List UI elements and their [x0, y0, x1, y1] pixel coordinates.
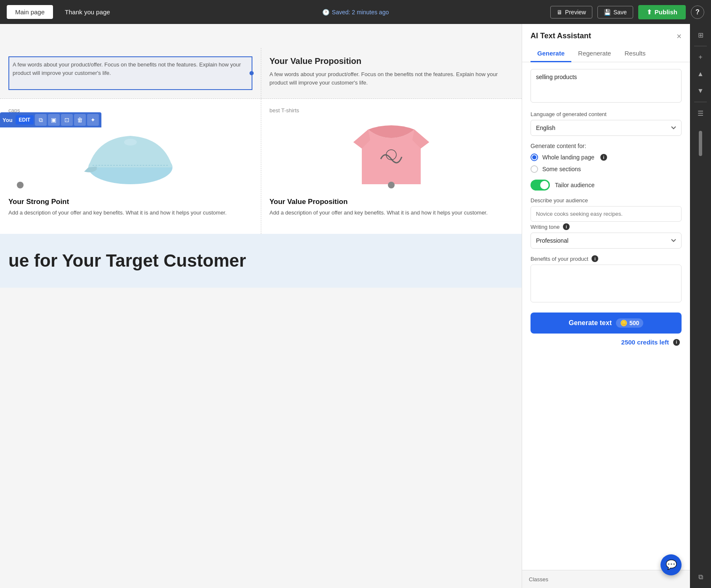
slider-dot-tshirt[interactable]	[388, 182, 395, 188]
language-select[interactable]: English French Spanish German	[531, 120, 682, 136]
tshirt-image	[345, 117, 438, 193]
right-sidebar: ⊞ + ▲ ▼ ☰ ⧉	[690, 24, 711, 588]
layers-icon: ⧉	[698, 573, 703, 581]
sidebar-arrow-down-btn[interactable]: ▼	[693, 83, 708, 98]
radio-some-sections[interactable]: Some sections	[531, 165, 682, 173]
edit-button[interactable]: EDIT	[16, 115, 34, 124]
tshirt-image-wrapper	[270, 117, 514, 193]
radio-whole-page-label: Whole landing page	[542, 154, 594, 161]
tone-info-icon[interactable]: i	[563, 223, 570, 230]
bottom-title: ue for Your Target Customer	[8, 251, 246, 271]
ai-close-button[interactable]: ×	[677, 32, 682, 40]
ai-button[interactable]: ✦	[87, 114, 99, 126]
sidebar-arrow-up-btn[interactable]: ▲	[693, 66, 708, 82]
selected-text-element[interactable]: A few words about your product/offer. Fo…	[8, 56, 252, 90]
benefits-info-icon[interactable]: i	[592, 255, 598, 262]
layout-button[interactable]: ▣	[48, 114, 60, 126]
preview-button[interactable]: 🖥 Preview	[550, 6, 592, 19]
grid-icon: ⊞	[698, 31, 703, 39]
tone-select-wrapper: Professional Casual Friendly Formal	[531, 233, 682, 249]
ai-panel-title: AI Text Assistant	[531, 32, 591, 40]
benefits-section: Benefits of your product i	[531, 255, 682, 304]
resize-handle[interactable]	[249, 71, 254, 75]
duplicate-icon: ⧉	[39, 117, 43, 124]
whole-page-info-icon[interactable]: i	[600, 154, 607, 161]
tone-label: Writing tone	[531, 224, 560, 230]
product-col-tshirt: best T-shirts	[261, 99, 522, 234]
layout-icon: ▣	[51, 117, 56, 123]
tab-thank[interactable]: Thank you page	[56, 5, 119, 19]
scrollbar-thumb[interactable]	[699, 131, 702, 156]
credits-row: 2500 credits left i	[531, 339, 682, 346]
cap-image	[84, 117, 177, 193]
chat-icon: 💬	[666, 559, 677, 570]
topbar: Main page Thank you page 🕐 Saved: 2 minu…	[0, 0, 711, 24]
coin-icon: 🪙	[620, 320, 627, 326]
toggle-knob	[540, 181, 549, 189]
radio-some-sections-label: Some sections	[542, 166, 581, 172]
save-icon: 💾	[604, 9, 611, 16]
vp-text-right: A few words about your product/offer. Fo…	[270, 70, 514, 87]
generate-btn-label: Generate text	[569, 319, 612, 327]
help-button[interactable]: ?	[691, 5, 704, 19]
tab-results[interactable]: Results	[618, 45, 652, 62]
radio-group: Whole landing page i Some sections	[531, 154, 682, 173]
duplicate-button[interactable]: ⧉	[35, 114, 47, 126]
tailor-toggle[interactable]	[531, 180, 550, 191]
benefits-label-row: Benefits of your product i	[531, 255, 682, 262]
classes-label: Classes	[529, 576, 548, 583]
tshirt-product-desc: Add a description of your offer and key …	[270, 209, 488, 217]
saved-label: Saved: 2 minutes ago	[332, 9, 389, 16]
tshirt-product-title: Your Value Proposition	[270, 198, 348, 206]
benefits-label: Benefits of your product	[531, 256, 588, 262]
arrow-up-icon: ▲	[697, 70, 704, 78]
element-toolbar: You EDIT ⧉ ▣ ⊡ 🗑 ✦	[0, 112, 101, 127]
svg-point-1	[124, 139, 137, 146]
radio-whole-page[interactable]: Whole landing page i	[531, 154, 682, 161]
tshirt-label: best T-shirts	[270, 107, 300, 114]
credits-info-icon[interactable]: i	[673, 339, 680, 346]
tab-main[interactable]: Main page	[7, 5, 53, 19]
generate-button[interactable]: Generate text 🪙 500	[531, 313, 682, 334]
chat-bubble[interactable]: 💬	[661, 554, 682, 575]
bottom-section: ue for Your Target Customer	[0, 234, 522, 288]
radio-whole-page-circle[interactable]	[531, 154, 538, 161]
benefits-textarea[interactable]	[531, 265, 682, 302]
tab-generate[interactable]: Generate	[531, 45, 571, 62]
canvas-content: A few words about your product/offer. Fo…	[0, 24, 522, 588]
sidebar-menu-btn[interactable]: ☰	[693, 106, 708, 121]
credits-cost: 500	[629, 320, 639, 326]
radio-some-sections-circle[interactable]	[531, 165, 538, 173]
vp-title-right: Your Value Proposition	[270, 56, 514, 66]
clock-icon: 🕐	[322, 9, 329, 16]
tone-select[interactable]: Professional Casual Friendly Formal	[531, 233, 682, 249]
tailor-toggle-row: Tailor audience	[531, 180, 682, 191]
main-layout: You EDIT ⧉ ▣ ⊡ 🗑 ✦ A	[0, 24, 711, 588]
sidebar-plus-btn[interactable]: +	[693, 50, 708, 65]
tab-regenerate[interactable]: Regenerate	[571, 45, 618, 62]
topbar-right: 🖥 Preview 💾 Save ⬆ Publish ?	[550, 5, 704, 19]
delete-button[interactable]: 🗑	[74, 114, 86, 126]
ai-prompt-textarea[interactable]: selling products	[531, 69, 682, 103]
preview-icon: 🖥	[557, 9, 562, 16]
right-panel-wrapper: AI Text Assistant × Generate Regenerate …	[522, 24, 711, 588]
generate-for-label: Generate content for:	[531, 143, 682, 149]
sidebar-grid-btn[interactable]: ⊞	[693, 27, 708, 42]
publish-button[interactable]: ⬆ Publish	[638, 5, 686, 19]
canvas: You EDIT ⧉ ▣ ⊡ 🗑 ✦ A	[0, 24, 522, 588]
sidebar-divider-1	[694, 46, 707, 46]
col-right-vp: Your Value Proposition A few words about…	[261, 48, 522, 98]
tailor-label: Tailor audience	[555, 182, 594, 188]
crop-icon: ⊡	[64, 117, 69, 123]
you-label: You	[3, 117, 13, 123]
slider-dot-cap[interactable]	[17, 182, 24, 188]
section-value-prop: A few words about your product/offer. Fo…	[0, 48, 522, 99]
ai-panel-header: AI Text Assistant ×	[522, 24, 690, 40]
saved-indicator[interactable]: 🕐 Saved: 2 minutes ago	[322, 9, 389, 16]
crop-button[interactable]: ⊡	[61, 114, 73, 126]
audience-label: Describe your audience	[531, 197, 682, 204]
sidebar-layers-btn[interactable]: ⧉	[693, 569, 708, 585]
audience-input[interactable]	[531, 206, 682, 222]
cap-image-wrapper	[8, 117, 252, 193]
save-button[interactable]: 💾 Save	[597, 6, 633, 19]
